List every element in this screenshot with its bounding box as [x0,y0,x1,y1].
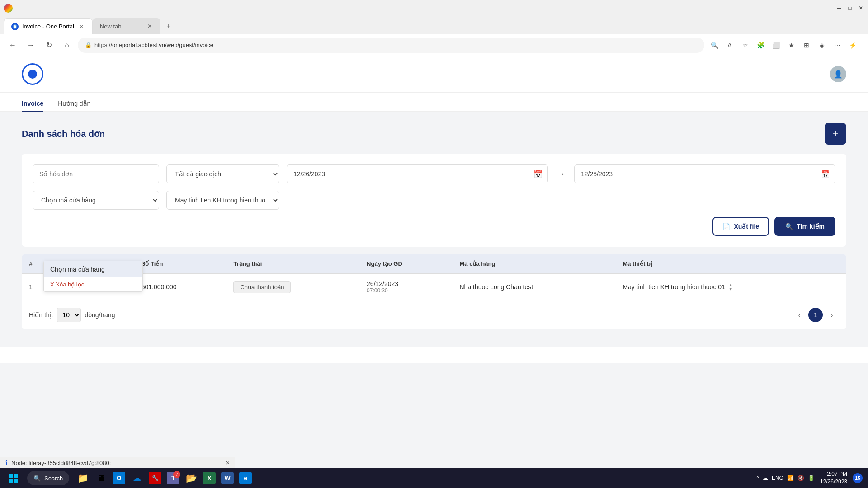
export-icon: 📄 [722,223,730,230]
device-select[interactable]: May tinh tien KH trong hieu thuoc [166,191,279,210]
favorites-icon[interactable]: ★ [785,39,797,52]
split-view-icon[interactable]: ⬜ [769,39,782,52]
search-icon[interactable]: 🔍 [708,39,721,52]
site-nav: Invoice Hướng dẫn [0,93,868,112]
close-button[interactable]: ✕ [857,5,864,12]
forward-button[interactable]: → [24,38,38,52]
next-page-button[interactable]: › [825,308,839,322]
store-dropdown-option[interactable]: Chọn mã cửa hàng [44,261,142,277]
collections-icon[interactable]: ⊞ [800,39,813,52]
edge-icon[interactable]: ⚡ [846,39,859,52]
per-page-suffix: dòng/trang [85,311,115,319]
add-invoice-button[interactable]: + [825,123,846,145]
tab-favicon-invoice [11,23,19,30]
copilot-icon[interactable]: ◈ [816,39,828,52]
filter-row-1: Tất cả giao dịch 📅 → 📅 [33,164,835,183]
status-badge: Chưa thanh toán [233,281,291,293]
tab-label-newtab: New tab [100,23,122,30]
export-label: Xuất file [734,223,759,230]
table-row: 1 Tu123%&*@ 501.000.000 Chưa thanh toán … [22,274,846,300]
browser-logo [4,4,13,13]
logo [22,63,43,85]
home-button[interactable]: ⌂ [60,38,74,52]
main-content: Danh sách hóa đơn + Tất cả giao dịch 📅 → [0,112,868,347]
nav-guide-label: Hướng dẫn [58,100,90,107]
tab-label-invoice: Invoice - One Portal [22,23,74,30]
table-body: 1 Tu123%&*@ 501.000.000 Chưa thanh toán … [22,274,846,300]
transaction-type-select[interactable]: Tất cả giao dịch [166,164,279,183]
search-label: Tìm kiếm [797,223,825,230]
filter-row-2: Chọn mã cửa hàng Chọn mã cửa hàng X Xóa … [33,191,835,210]
browser-chrome: ─ □ ✕ Invoice - One Portal ✕ New tab ✕ +… [0,0,868,363]
title-bar-left [4,4,14,13]
col-device: Mã thiết bị [615,254,846,274]
prev-page-button[interactable]: ‹ [792,308,807,322]
user-avatar[interactable]: 👤 [830,66,846,82]
row-store: Nha thuoc Long Chau test [452,274,615,300]
col-amount: Số Tiền [134,254,226,274]
col-store: Mã cửa hàng [452,254,615,274]
row-device-value: May tinh tien KH trong hieu thuoc 01 [623,283,725,291]
filter-card: Tất cả giao dịch 📅 → 📅 [22,154,846,247]
table-header: # Mã hóa đơn Số Tiền Trạng thái [22,254,846,274]
pagination-right: ‹ 1 › [792,308,839,322]
tab-bar: Invoice - One Portal ✕ New tab ✕ + [0,16,868,34]
address-input[interactable]: 🔒 https://oneportal.acbtest.vn/web/guest… [78,38,704,53]
sort-up-icon[interactable]: ▲ [729,283,733,287]
bookmark-icon[interactable]: ☆ [739,39,751,52]
address-icons: 🔍 A ☆ 🧩 ⬜ ★ ⊞ ◈ ⋯ ⚡ [708,39,859,52]
invoice-table-card: # Mã hóa đơn Số Tiền Trạng thái [22,254,846,329]
page-title: Danh sách hóa đơn [22,128,105,139]
export-button[interactable]: 📄 Xuất file [712,217,769,236]
row-index: 1 [22,274,40,300]
pagination-row: Hiển thị: 10 dòng/trang ‹ 1 › [22,300,846,329]
site-header: 👤 [0,56,868,93]
address-bar: ← → ↻ ⌂ 🔒 https://oneportal.acbtest.vn/w… [0,34,868,56]
store-select[interactable]: Chọn mã cửa hàng [33,191,159,210]
date-from-input[interactable] [287,164,548,183]
logo-icon [22,63,43,85]
sort-down-icon[interactable]: ▼ [729,287,733,291]
table-header-row: # Mã hóa đơn Số Tiền Trạng thái [22,254,846,274]
tab-close-newtab[interactable]: ✕ [146,23,153,30]
minimize-button[interactable]: ─ [835,5,843,12]
date-range-arrow: → [555,169,567,179]
calendar-from-icon[interactable]: 📅 [533,170,542,178]
new-tab-button[interactable]: + [162,20,175,33]
url-text: https://oneportal.acbtest.vn/web/guest/i… [94,42,213,48]
col-status: Trạng thái [226,254,359,274]
title-bar: ─ □ ✕ [0,0,868,16]
row-date: 26/12/2023 07:00:30 [359,274,452,300]
logo-inner [28,70,37,79]
page-content: 👤 Invoice Hướng dẫn Danh sách hóa đơn + [0,56,868,363]
search-button[interactable]: 🔍 Tìm kiếm [774,217,835,236]
tab-invoice[interactable]: Invoice - One Portal ✕ [4,18,93,34]
maximize-button[interactable]: □ [846,5,854,12]
date-from-wrapper: 📅 [287,164,548,183]
col-index: # [22,254,40,274]
nav-invoice[interactable]: Invoice [22,96,43,112]
pagination-left: Hiển thị: 10 dòng/trang [29,308,115,322]
row-amount: 501.000.000 [134,274,226,300]
calendar-to-icon[interactable]: 📅 [821,170,830,178]
extension-icon[interactable]: 🧩 [754,39,767,52]
show-label: Hiển thị: [29,311,53,319]
row-status: Chưa thanh toán [226,274,359,300]
clear-filter-button[interactable]: X Xóa bộ lọc [44,277,142,291]
translate-icon[interactable]: A [723,39,736,52]
store-dropdown-popup: Chọn mã cửa hàng X Xóa bộ lọc [43,261,143,292]
filter-actions: 📄 Xuất file 🔍 Tìm kiếm [33,217,835,236]
tab-close-invoice[interactable]: ✕ [78,23,85,30]
per-page-select[interactable]: 10 [57,308,81,322]
invoice-number-input[interactable] [33,164,159,183]
tab-newtab[interactable]: New tab ✕ [93,18,160,34]
back-button[interactable]: ← [5,38,20,52]
window-controls: ─ □ ✕ [835,5,864,12]
more-icon[interactable]: ⋯ [831,39,844,52]
store-select-wrapper: Chọn mã cửa hàng Chọn mã cửa hàng X Xóa … [33,191,159,210]
refresh-button[interactable]: ↻ [42,38,56,52]
page-1-button[interactable]: 1 [808,308,823,322]
date-to-input[interactable] [574,164,835,183]
nav-guide[interactable]: Hướng dẫn [58,96,90,112]
row-device: May tinh tien KH trong hieu thuoc 01 ▲ ▼ [615,274,846,300]
